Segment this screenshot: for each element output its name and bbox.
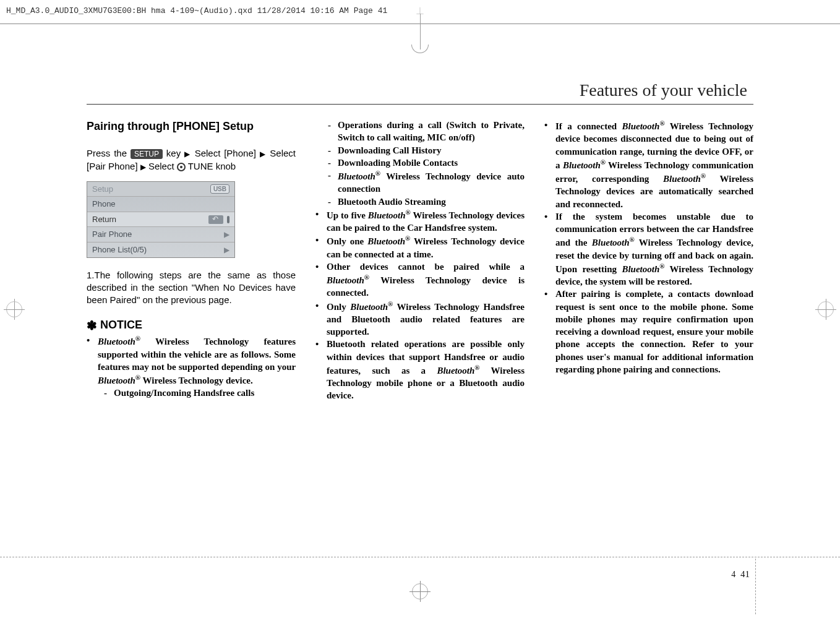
bullet-icon: • — [315, 260, 323, 299]
screenshot-list-row: Phone List(0/5) ▶ — [87, 242, 234, 257]
bt-word: Bluetooth — [622, 264, 659, 274]
page-number: 4 41 — [731, 569, 750, 580]
sub-item: -Operations during a call (Switch to Pri… — [322, 119, 525, 144]
bt-word: Bluetooth — [592, 238, 630, 247]
list-item: •Bluetooth related operations are possib… — [315, 338, 525, 401]
screenshot-list: Phone List(0/5) — [92, 244, 147, 255]
s3: Downloading Call History — [338, 144, 525, 157]
reg-mark: ® — [135, 374, 140, 381]
asterisk-icon: ✽ — [87, 319, 97, 332]
column-3: • If a connected Bluetooth® Wireless Tec… — [544, 119, 753, 402]
reg-mark: ® — [474, 364, 479, 371]
footer-dashed-rule — [0, 557, 840, 557]
col2-list: -Operations during a call (Switch to Pri… — [315, 119, 525, 402]
b1-tail: Wireless Technology device. — [140, 376, 253, 385]
list-item: •Other devices cannot be paired while a … — [315, 260, 525, 299]
s6: Bluetooth Audio Streaming — [338, 195, 525, 208]
press-after: key — [166, 148, 184, 158]
scroll-indicator — [227, 216, 229, 223]
s4: Downloading Mobile Contacts — [338, 157, 525, 169]
reg-mark: ® — [406, 208, 411, 216]
reg-mark: ® — [701, 172, 706, 179]
bt-word: Bluetooth — [563, 160, 601, 170]
return-icon — [208, 215, 223, 224]
phone-setup-screenshot: Setup USB Phone Return Pair Phone ▶ Phon… — [87, 181, 235, 258]
footer-dashed-vertical — [755, 559, 756, 614]
bullet-icon: • — [544, 288, 552, 376]
screenshot-pair-row: Pair Phone ▶ — [87, 227, 234, 242]
screenshot-pair: Pair Phone — [92, 229, 132, 240]
reg-mark: ® — [601, 158, 606, 166]
pairing-heading: Pairing through [PHONE] Setup — [87, 119, 296, 134]
arrow-icon: ▶ — [224, 230, 229, 239]
dash-icon: - — [328, 144, 334, 157]
reg-mark: ® — [630, 236, 635, 243]
section-title: Features of your vehicle — [580, 80, 747, 100]
dash-icon: - — [328, 157, 334, 169]
step-1-text: 1.The following steps are the same as th… — [87, 269, 296, 307]
section-number: 4 — [731, 570, 735, 579]
sub-item: -Downloading Call History — [322, 144, 525, 157]
bt-word: Bluetooth — [327, 275, 364, 285]
triangle-icon: ▶ — [260, 150, 267, 158]
s2: Operations during a call (Switch to Priv… — [338, 119, 525, 144]
screenshot-title: Setup — [92, 184, 113, 195]
screenshot-return: Return — [92, 214, 116, 225]
bt-word: Bluetooth — [663, 174, 701, 184]
tune-knob-icon — [177, 163, 186, 171]
setup-key-icon: SETUP — [131, 149, 163, 159]
bullet-icon: • — [315, 208, 323, 234]
list-item: •Only Bluetooth® Wireless Technology Han… — [315, 299, 525, 338]
select-word: Select — [148, 161, 177, 171]
sub-item: -Outgoing/Incoming Handsfree calls — [98, 387, 296, 399]
bullet-icon: • — [315, 338, 323, 401]
screenshot-phone: Phone — [92, 199, 116, 210]
bullet-icon: • — [315, 234, 323, 260]
b7-pre: If a connected — [555, 121, 622, 131]
bt-word: Bluetooth — [368, 210, 406, 220]
dash-icon: - — [328, 195, 334, 208]
crop-mark-bottom — [409, 581, 431, 602]
dash-icon: - — [328, 169, 334, 195]
triangle-icon: ▶ — [140, 163, 146, 171]
dash-icon: - — [104, 387, 110, 399]
crop-mark-right — [815, 299, 836, 320]
bt-word: Bluetooth — [437, 366, 474, 376]
list-item: • If a connected Bluetooth® Wireless Tec… — [544, 119, 753, 210]
press-pre: Press the — [87, 148, 131, 158]
bt-word: Bluetooth — [98, 337, 135, 346]
list-item: •Up to five Bluetooth® Wireless Technolo… — [315, 208, 525, 234]
crop-semi — [411, 45, 429, 53]
screenshot-return-row: Return — [87, 212, 234, 228]
bullet-icon: • — [544, 210, 552, 288]
dash-icon: - — [328, 119, 334, 144]
bt-word: Bluetooth — [350, 302, 388, 312]
col3-list: • If a connected Bluetooth® Wireless Tec… — [544, 119, 753, 376]
bt-word: Bluetooth — [338, 171, 375, 181]
b3-pre: Only one — [327, 236, 367, 246]
bt-word: Bluetooth — [98, 376, 135, 385]
list-item: •After pairing is complete, a contacts d… — [544, 288, 753, 376]
column-1: Pairing through [PHONE] Setup Press the … — [87, 119, 296, 402]
reg-mark: ® — [364, 273, 369, 281]
list-item: • Bluetooth® Wireless Technology feature… — [87, 334, 296, 399]
list-item: •Only one Bluetooth® Wireless Technology… — [315, 234, 525, 260]
usb-indicator: USB — [210, 184, 229, 194]
bullet-icon: • — [87, 334, 94, 399]
reg-mark: ® — [375, 170, 380, 177]
tune-knob-label: TUNE knob — [188, 161, 236, 171]
b4-pre: Other devices cannot be paired while a — [327, 262, 525, 272]
print-header: H_MD_A3.0_AUDIO_3XMU7G3E00:BH hma 4-109~… — [6, 6, 387, 15]
reg-mark: ® — [135, 335, 140, 342]
sub-item: -Bluetooth® Wireless Technology device a… — [322, 169, 525, 195]
title-rule — [87, 104, 753, 105]
reg-mark: ® — [659, 119, 664, 127]
triangle-icon: ▶ — [184, 150, 191, 158]
list-item: • If the system becomes unstable due to … — [544, 210, 753, 288]
b5-pre: Only — [327, 302, 350, 312]
crop-mark-left — [4, 299, 25, 320]
sub-item: -Downloading Mobile Contacts — [322, 157, 525, 169]
bullet-icon: • — [315, 299, 323, 338]
column-2: -Operations during a call (Switch to Pri… — [315, 119, 525, 402]
bt-word: Bluetooth — [622, 121, 660, 131]
